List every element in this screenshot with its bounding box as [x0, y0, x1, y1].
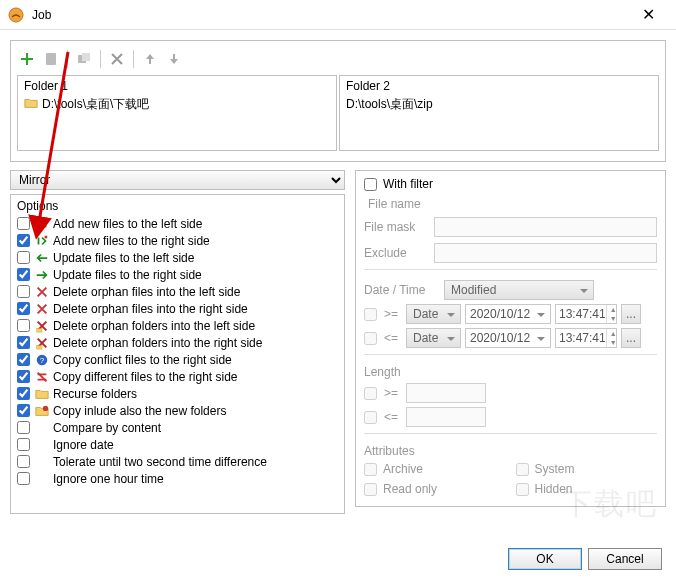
close-button[interactable]: ✕ — [628, 1, 668, 29]
mode-select[interactable]: Mirror — [10, 170, 345, 190]
option-checkbox[interactable] — [17, 455, 30, 468]
add-right-icon — [34, 234, 49, 248]
length-label: Length — [364, 365, 657, 379]
ge-type-select: Date — [406, 304, 461, 324]
ge-time-input: 13:47:41▲▼ — [555, 304, 617, 324]
option-label: Ignore date — [53, 438, 114, 452]
ge-checkbox[interactable] — [364, 308, 377, 321]
up-button[interactable] — [140, 49, 160, 69]
option-checkbox[interactable] — [17, 268, 30, 281]
option-checkbox[interactable] — [17, 217, 30, 230]
copy-button[interactable] — [74, 49, 94, 69]
len-ge-label: >= — [384, 386, 402, 400]
delf-left-icon — [34, 319, 49, 333]
option-checkbox[interactable] — [17, 251, 30, 264]
attr-system: System — [516, 462, 658, 476]
cancel-button[interactable]: Cancel — [588, 548, 662, 570]
len-ge-checkbox[interactable] — [364, 387, 377, 400]
add-button[interactable] — [17, 49, 37, 69]
ok-button[interactable]: OK — [508, 548, 582, 570]
option-checkbox[interactable] — [17, 370, 30, 383]
file-name-label: File name — [368, 197, 657, 211]
le-date-input: 2020/10/12 — [465, 328, 551, 348]
folder1-box[interactable]: Folder 1 D:\tools\桌面\下载吧 — [17, 75, 337, 151]
option-checkbox[interactable] — [17, 472, 30, 485]
option-checkbox[interactable] — [17, 421, 30, 434]
file-mask-input — [434, 217, 657, 237]
svg-rect-1 — [46, 53, 56, 65]
update-left-icon — [34, 251, 49, 265]
ge-date-input: 2020/10/12 — [465, 304, 551, 324]
option-row: Copy inlude also the new folders — [17, 402, 338, 419]
exclude-label: Exclude — [364, 246, 428, 260]
option-row: ?Copy conflict files to the right side — [17, 351, 338, 368]
svg-rect-3 — [82, 53, 90, 61]
option-checkbox[interactable] — [17, 387, 30, 400]
folder2-box[interactable]: Folder 2 D:\tools\桌面\zip — [339, 75, 659, 151]
update-right-icon — [34, 268, 49, 282]
file-mask-label: File mask — [364, 220, 428, 234]
option-row: Add new files to the left side — [17, 215, 338, 232]
button-bar: OK Cancel — [508, 548, 662, 570]
option-label: Copy inlude also the new folders — [53, 404, 226, 418]
app-icon — [8, 7, 24, 23]
option-row: Add new files to the right side — [17, 232, 338, 249]
option-checkbox[interactable] — [17, 336, 30, 349]
option-label: Delete orphan files into the left side — [53, 285, 240, 299]
delete-button[interactable] — [107, 49, 127, 69]
option-label: Ignore one hour time — [53, 472, 164, 486]
svg-point-10 — [42, 405, 47, 410]
option-row: Delete orphan folders into the left side — [17, 317, 338, 334]
option-label: Copy different files to the right side — [53, 370, 238, 384]
window-title: Job — [32, 8, 51, 22]
recurse-icon — [34, 387, 49, 401]
with-filter-label: With filter — [383, 177, 433, 191]
le-checkbox[interactable] — [364, 332, 377, 345]
option-row: Update files to the right side — [17, 266, 338, 283]
options-group: Options Add new files to the left sideAd… — [10, 194, 345, 514]
option-label: Compare by content — [53, 421, 161, 435]
option-label: Add new files to the left side — [53, 217, 202, 231]
len-le-checkbox[interactable] — [364, 411, 377, 424]
exclude-input — [434, 243, 657, 263]
down-button[interactable] — [164, 49, 184, 69]
option-row: Tolerate until two second time differenc… — [17, 453, 338, 470]
svg-rect-5 — [44, 235, 47, 238]
del-right-icon — [34, 302, 49, 316]
svg-text:?: ? — [39, 355, 44, 364]
attr-hidden: Hidden — [516, 482, 658, 496]
option-label: Delete orphan files into the right side — [53, 302, 248, 316]
option-row: Delete orphan files into the left side — [17, 283, 338, 300]
folder-icon — [24, 96, 38, 113]
modified-select: Modified — [444, 280, 594, 300]
option-label: Delete orphan folders into the right sid… — [53, 336, 262, 350]
option-checkbox[interactable] — [17, 285, 30, 298]
le-dots-button: ... — [621, 328, 641, 348]
folder1-label: Folder 1 — [24, 78, 330, 94]
len-ge-input — [406, 383, 486, 403]
svg-rect-4 — [36, 218, 39, 221]
date-time-label: Date / Time — [364, 283, 438, 297]
conflict-icon: ? — [34, 353, 49, 367]
option-label: Update files to the right side — [53, 268, 202, 282]
file-button[interactable] — [41, 49, 61, 69]
option-label: Delete orphan folders into the left side — [53, 319, 255, 333]
option-row: Copy different files to the right side — [17, 368, 338, 385]
option-checkbox[interactable] — [17, 438, 30, 451]
option-row: Delete orphan files into the right side — [17, 300, 338, 317]
folder1-path: D:\tools\桌面\下载吧 — [42, 96, 149, 113]
option-row: Recurse folders — [17, 385, 338, 402]
option-label: Recurse folders — [53, 387, 137, 401]
option-checkbox[interactable] — [17, 302, 30, 315]
delf-right-icon — [34, 336, 49, 350]
option-checkbox[interactable] — [17, 319, 30, 332]
svg-rect-6 — [36, 328, 41, 332]
le-time-input: 13:47:41▲▼ — [555, 328, 617, 348]
attr-archive: Archive — [364, 462, 506, 476]
add-left-icon — [34, 217, 49, 231]
folder2-label: Folder 2 — [346, 78, 652, 94]
with-filter-checkbox[interactable] — [364, 178, 377, 191]
option-checkbox[interactable] — [17, 353, 30, 366]
option-checkbox[interactable] — [17, 234, 30, 247]
option-checkbox[interactable] — [17, 404, 30, 417]
